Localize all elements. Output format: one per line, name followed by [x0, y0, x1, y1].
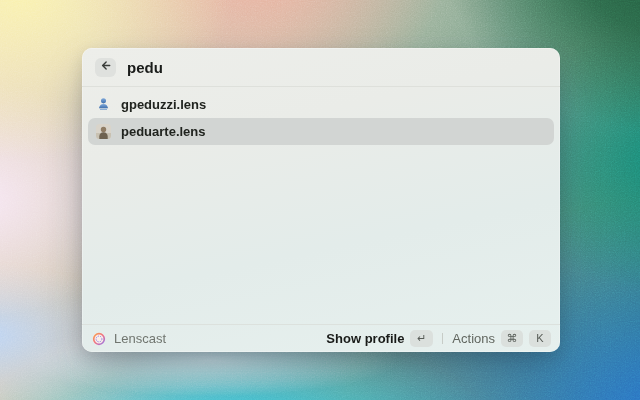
results-list: gpeduzzi.lens peduarte.lens	[82, 87, 560, 324]
back-button[interactable]	[95, 58, 116, 77]
photo-avatar-icon	[96, 124, 111, 139]
list-item-peduarte[interactable]: peduarte.lens	[88, 118, 554, 145]
back-arrow-icon	[99, 59, 112, 75]
search-bar	[82, 48, 560, 87]
footer-app: Lenscast	[92, 331, 166, 346]
user-silhouette-icon	[96, 97, 111, 112]
screen: gpeduzzi.lens peduarte.lens	[0, 0, 640, 400]
app-name-label: Lenscast	[114, 331, 166, 346]
footer-divider	[442, 333, 443, 344]
k-key-badge: K	[529, 330, 551, 347]
list-item-label: gpeduzzi.lens	[121, 97, 206, 112]
list-item-gpeduzzi[interactable]: gpeduzzi.lens	[88, 91, 554, 118]
footer-actions: Show profile ↵ Actions ⌘ K	[326, 330, 551, 347]
search-input[interactable]	[127, 59, 547, 76]
actions-menu-button[interactable]: Actions ⌘ K	[452, 330, 551, 347]
command-palette-window: gpeduzzi.lens peduarte.lens	[82, 48, 560, 352]
show-profile-label: Show profile	[326, 331, 404, 346]
cmd-key-badge: ⌘	[501, 330, 523, 347]
list-item-label: peduarte.lens	[121, 124, 206, 139]
enter-key-badge: ↵	[410, 330, 433, 347]
footer-bar: Lenscast Show profile ↵ Actions ⌘ K	[82, 324, 560, 352]
lenscast-logo-icon	[92, 332, 106, 346]
actions-label: Actions	[452, 331, 495, 346]
show-profile-button[interactable]: Show profile ↵	[326, 330, 433, 347]
